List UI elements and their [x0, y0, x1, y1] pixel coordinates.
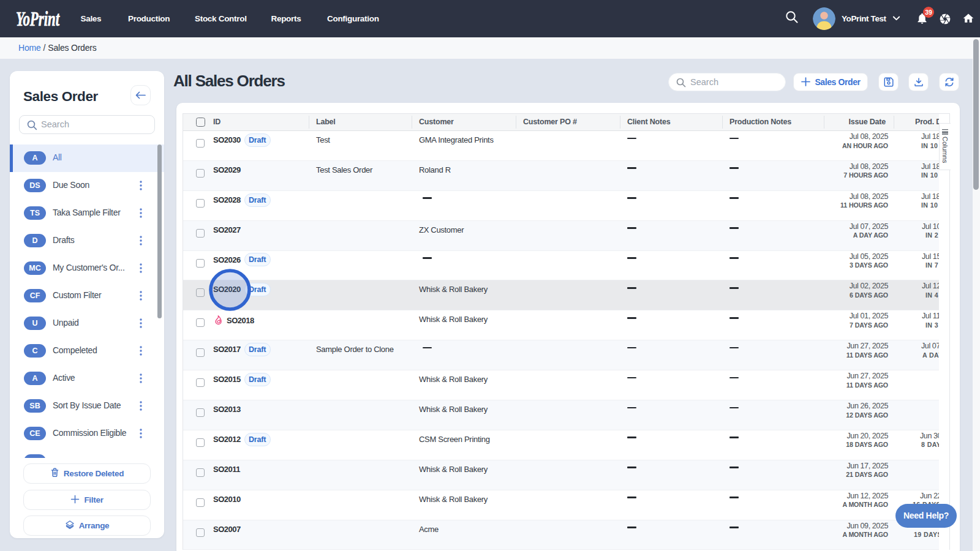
svg-text:YoPrint: YoPrint	[16, 8, 60, 30]
